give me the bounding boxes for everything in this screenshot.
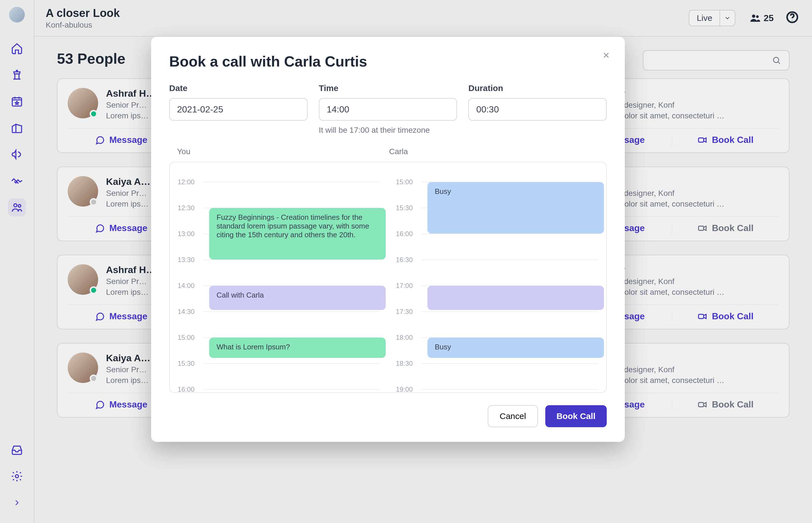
page-title: A closer Look [46,7,120,19]
svg-point-1 [14,204,17,207]
date-input[interactable] [169,98,307,121]
nav-settings[interactable] [8,467,26,485]
person-desc: …m dolor sit amet, consecteturi … [603,199,779,209]
person-desc: …m dolor sit amet, consecteturi … [603,111,779,120]
slot-time-label: 19:00 [396,385,421,393]
person-avatar[interactable] [68,353,98,383]
calendar-star-icon [11,95,23,108]
nav-stage[interactable] [8,66,26,84]
time-field: Time It will be 17:00 at their timezone [319,84,457,135]
timeline-event[interactable]: Fuzzy Beginnings - Creation timelines fo… [209,208,386,259]
svg-rect-15 [699,402,704,407]
home-icon [11,42,23,55]
slot-time-label: 12:00 [178,178,203,186]
nav-people[interactable] [8,198,26,216]
attendee-count[interactable]: 25 [749,13,774,24]
person-name: Torff [603,353,779,363]
person-desc: …m dolor sit amet, consecteturi … [603,288,779,297]
person-desc: …m dolor sit amet, consecteturi … [603,376,779,385]
cancel-button[interactable]: Cancel [488,405,538,427]
nav-announce[interactable] [8,145,26,163]
timeline-box: 12:0012:3013:0013:3014:0014:3015:0015:30… [169,162,607,393]
time-label: Time [319,84,457,93]
other-header: Carla [388,147,607,156]
timeline-event[interactable]: Busy [427,338,604,358]
time-input[interactable] [319,98,457,121]
timeline-event[interactable]: Call with Carla [209,286,386,310]
timeline-event[interactable]: What is Lorem Ipsum? [209,338,386,358]
timeline-you[interactable]: 12:0012:3013:0013:3014:0014:3015:0015:30… [170,162,388,392]
svg-point-5 [756,15,759,18]
book-call-button[interactable]: Book Call [545,405,607,427]
svg-rect-13 [699,314,704,319]
handshake-icon [11,175,23,187]
timeline-other[interactable]: 15:0015:3016:0016:3017:0017:3018:0018:30… [388,162,606,392]
person-role: …uct designer, Konf [603,277,779,286]
book-call-button[interactable]: Book Call [672,399,779,410]
book-call-button[interactable]: Book Call [672,311,779,322]
person-name: …ter [603,88,779,99]
person-avatar[interactable] [68,264,98,295]
nav-home[interactable] [8,39,26,57]
live-status-button[interactable]: Live [689,10,720,26]
slot-time-label: 18:00 [396,333,421,342]
timeline-event[interactable]: Busy [427,182,604,234]
slot-time-label: 13:00 [178,230,203,238]
duration-label: Duration [468,84,607,93]
modal-close-button[interactable] [600,49,612,61]
search-input[interactable] [643,50,790,70]
svg-rect-11 [699,226,704,230]
presence-indicator [90,198,98,206]
sidebar [0,0,34,523]
sidebar-nav [0,39,34,216]
user-avatar[interactable] [9,7,25,22]
book-call-button[interactable]: Book Call [672,223,779,233]
attendee-count-value: 25 [763,13,774,23]
person-name: …ter [603,264,779,275]
nav-schedule[interactable] [8,92,26,110]
modal-fields: Date Time It will be 17:00 at their time… [169,84,607,135]
help-button[interactable] [786,11,798,25]
slot-time-label: 14:30 [178,308,203,315]
title-block: A closer Look Konf-abulous [46,7,120,30]
person-avatar[interactable] [68,176,98,206]
timezone-note: It will be 17:00 at their timezone [319,126,457,135]
people-icon [11,201,23,214]
presence-indicator [90,375,98,382]
person-role: …uct designer, Konf [603,365,779,374]
you-header: You [169,147,388,156]
live-status-dropdown[interactable] [720,10,735,26]
time-slot: 16:30 [396,247,598,273]
slot-time-label: 15:30 [396,204,421,212]
slot-time-label: 13:30 [178,256,203,264]
duration-input[interactable] [468,98,607,121]
svg-rect-9 [699,138,704,142]
topbar: A closer Look Konf-abulous Live 25 [34,0,812,37]
timeline-headers: You Carla [169,147,607,156]
modal-title: Book a call with Carla Curtis [169,53,607,70]
nav-expand[interactable] [8,494,26,512]
presence-indicator [90,110,98,118]
slot-time-label: 17:00 [396,282,421,290]
timeline-event[interactable] [427,286,604,310]
person-name: Torff [603,176,779,187]
duration-field: Duration [468,84,607,135]
time-slot: 12:00 [178,169,380,195]
podium-icon [11,69,23,81]
sidebar-bottom [8,441,26,523]
presence-indicator [90,286,98,294]
book-call-button[interactable]: Book Call [672,135,779,145]
slot-time-label: 16:00 [396,230,421,238]
nav-inbox[interactable] [8,441,26,459]
megaphone-icon [11,148,23,161]
search-icon [772,56,781,65]
nav-expo[interactable] [8,119,26,137]
book-call-modal: Book a call with Carla Curtis Date Time … [151,37,625,442]
svg-point-3 [16,475,19,478]
slot-time-label: 17:30 [396,308,421,315]
slot-time-label: 15:30 [178,360,203,367]
person-avatar[interactable] [68,88,98,118]
nav-network[interactable] [8,172,26,190]
chevron-down-icon [724,15,731,21]
person-role: …uct designer, Konf [603,101,779,110]
